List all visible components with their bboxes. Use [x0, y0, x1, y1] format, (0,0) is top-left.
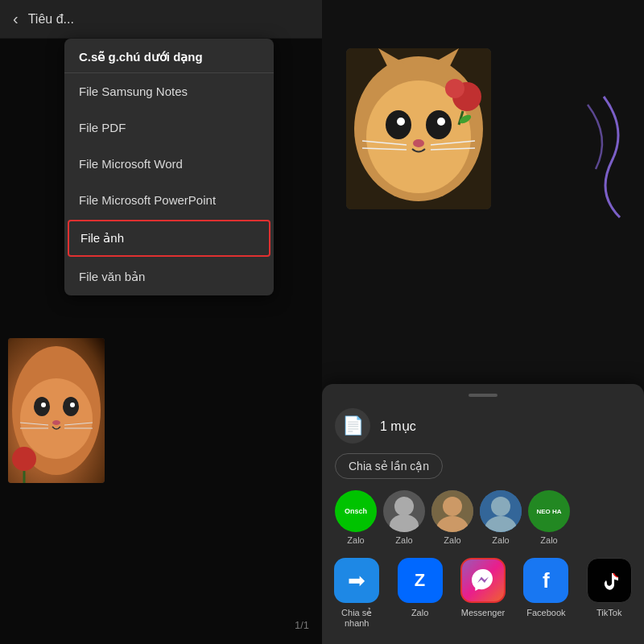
dropdown-menu: C.sẽ g.chú dưới dạng File Samsung Notes …: [64, 39, 274, 295]
cat-svg-right: [346, 48, 491, 209]
svg-point-36: [491, 497, 510, 516]
contact-name-5: NEO HA: [535, 506, 563, 517]
facebook-share-item[interactable]: f Facebook: [523, 558, 568, 628]
contact-avatar-1: Onsch: [335, 490, 377, 532]
file-count-label: 1 mục: [380, 419, 416, 434]
contact-app-label-4: Zalo: [492, 535, 509, 545]
contact-app-label-1: Zalo: [347, 535, 364, 545]
contact-item-4[interactable]: Zalo: [480, 490, 522, 545]
nearby-share-button[interactable]: Chia sẻ lần cận: [335, 453, 443, 479]
svg-point-33: [443, 497, 462, 516]
share-fast-label: Chia sẻnhanh: [341, 608, 372, 628]
svg-point-28: [445, 79, 464, 98]
menu-item-samsung[interactable]: File Samsung Notes: [64, 73, 274, 109]
tiktok-svg: [597, 568, 621, 592]
contact-item-5[interactable]: NEO HA Zalo: [528, 490, 570, 545]
page-number: 1/1: [295, 619, 309, 631]
svg-point-20: [413, 139, 424, 147]
tiktok-label: TikTok: [597, 608, 621, 617]
cat-image-right: [346, 48, 491, 209]
facebook-share-icon: f: [523, 558, 568, 603]
svg-point-4: [41, 402, 46, 407]
avatar-svg-4: [480, 490, 522, 532]
tiktok-share-icon: [587, 558, 632, 603]
svg-point-31: [390, 514, 419, 532]
document-icon: 📄: [342, 415, 364, 436]
right-doodle: [539, 80, 636, 242]
right-panel: 📄 1 mục Chia sẻ lần cận Onsch Zalo: [322, 0, 644, 644]
zalo-share-icon: Z: [398, 558, 443, 603]
avatar-svg-3: [431, 490, 473, 532]
menu-item-ppt[interactable]: File Microsoft PowerPoint: [64, 182, 274, 218]
contact-avatar-2: [383, 490, 425, 532]
contact-item-1[interactable]: Onsch Zalo: [335, 490, 377, 545]
contact-avatar-3: [431, 490, 473, 532]
contact-name-1: Onsch: [345, 507, 367, 516]
messenger-share-icon: [460, 558, 506, 603]
contact-avatar-5: NEO HA: [528, 490, 570, 532]
page-title: Tiêu đ...: [28, 12, 74, 27]
menu-item-pdf[interactable]: File PDF: [64, 109, 274, 146]
file-icon: 📄: [335, 408, 370, 444]
contact-item-3[interactable]: Zalo: [431, 490, 473, 545]
share-fast-symbol: ➡: [348, 568, 365, 593]
menu-item-word[interactable]: File Microsoft Word: [64, 146, 274, 182]
cat-thumbnail: [8, 338, 105, 483]
svg-point-7: [12, 447, 36, 471]
share-fast-icon: ➡: [334, 558, 379, 603]
messenger-svg: [469, 567, 497, 594]
svg-point-19: [437, 118, 445, 126]
dropdown-header: C.sẽ g.chú dưới dạng: [64, 39, 274, 73]
contact-avatar-4: [480, 490, 522, 532]
left-panel: ‹ Tiêu đ...: [0, 0, 322, 644]
zalo-symbol: Z: [415, 570, 425, 591]
cat-image: [8, 338, 105, 483]
menu-item-image[interactable]: File ảnh: [68, 220, 270, 257]
svg-point-1: [20, 378, 93, 459]
tiktok-share-item[interactable]: TikTok: [587, 558, 632, 628]
svg-point-6: [52, 420, 60, 425]
facebook-symbol: f: [543, 568, 550, 593]
contact-app-label-5: Zalo: [540, 535, 557, 545]
share-sheet: 📄 1 mục Chia sẻ lần cận Onsch Zalo: [322, 384, 644, 644]
zalo-contacts-row: Onsch Zalo Zalo: [322, 490, 644, 558]
svg-point-5: [70, 402, 75, 407]
share-file-row: 📄 1 mục: [322, 408, 644, 453]
top-bar: ‹ Tiêu đ...: [0, 0, 322, 38]
avatar-svg-2: [383, 490, 425, 532]
zalo-label: Zalo: [411, 608, 428, 617]
share-fast-item[interactable]: ➡ Chia sẻnhanh: [334, 558, 379, 628]
back-button[interactable]: ‹: [13, 10, 19, 28]
menu-item-text[interactable]: File văn bản: [64, 258, 274, 295]
contact-item-2[interactable]: Zalo: [383, 490, 425, 545]
svg-point-18: [397, 118, 405, 126]
messenger-share-item[interactable]: Messenger: [460, 558, 506, 628]
sheet-handle: [469, 394, 497, 397]
svg-point-30: [394, 497, 414, 516]
zalo-share-item[interactable]: Z Zalo: [398, 558, 443, 628]
facebook-label: Facebook: [526, 608, 565, 617]
contact-app-label-2: Zalo: [395, 535, 412, 545]
share-apps-row: ➡ Chia sẻnhanh Z Zalo Messenger: [322, 558, 644, 628]
messenger-label: Messenger: [461, 608, 505, 617]
contact-app-label-3: Zalo: [444, 535, 460, 545]
